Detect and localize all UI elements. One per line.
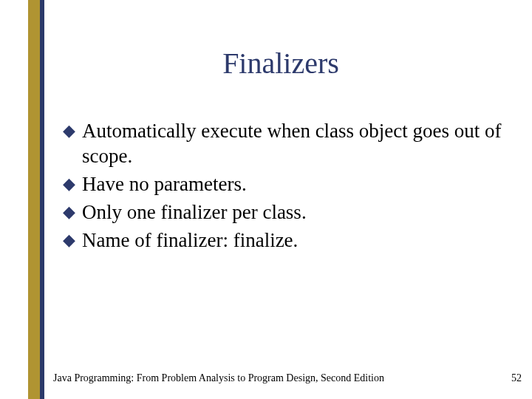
- diamond-bullet-icon: ◆: [63, 171, 82, 197]
- list-item: ◆ Only one finalizer per class.: [63, 200, 502, 225]
- list-item-text: Have no parameters.: [82, 171, 502, 197]
- footer-source: Java Programming: From Problem Analysis …: [53, 372, 384, 384]
- list-item-text: Name of finalizer: finalize.: [82, 228, 502, 253]
- slide: Finalizers ◆ Automatically execute when …: [0, 0, 532, 399]
- page-number: 52: [511, 372, 522, 384]
- diamond-bullet-icon: ◆: [63, 200, 82, 225]
- diamond-bullet-icon: ◆: [63, 228, 82, 253]
- list-item-text: Only one finalizer per class.: [82, 200, 502, 225]
- list-item: ◆ Automatically execute when class objec…: [63, 118, 502, 168]
- decorative-stripe-gold: [28, 0, 40, 399]
- slide-title: Finalizers: [44, 46, 517, 81]
- list-item: ◆ Name of finalizer: finalize.: [63, 228, 502, 253]
- list-item: ◆ Have no parameters.: [63, 171, 502, 197]
- diamond-bullet-icon: ◆: [63, 118, 82, 143]
- list-item-text: Automatically execute when class object …: [82, 118, 502, 168]
- bullet-list: ◆ Automatically execute when class objec…: [63, 118, 502, 256]
